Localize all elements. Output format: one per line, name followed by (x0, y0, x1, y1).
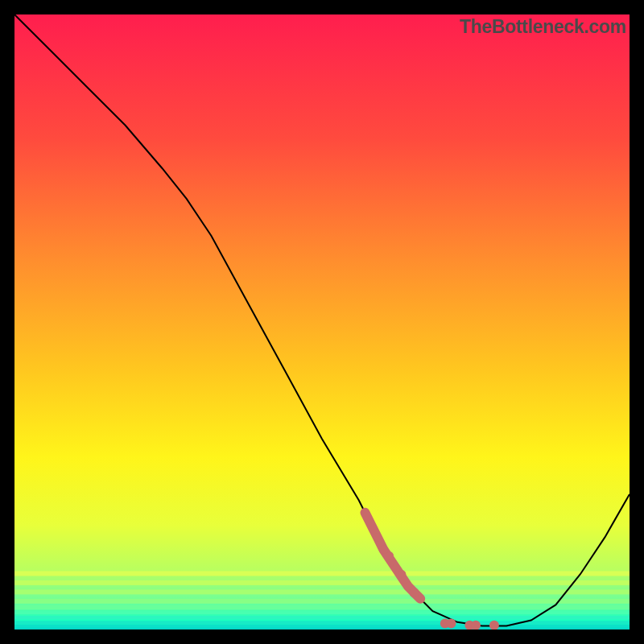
band-stripe (14, 625, 630, 628)
band-stripe (14, 605, 630, 609)
chart-svg (14, 14, 630, 630)
highlight-dot (398, 570, 406, 578)
band-stripe (14, 589, 630, 594)
highlight-dot (392, 564, 400, 572)
plot-area (14, 14, 630, 630)
highlight-dot (379, 546, 387, 554)
band-stripe (14, 621, 630, 624)
highlight-dot (446, 618, 456, 628)
band-stripe (14, 628, 630, 630)
band-stripe (14, 580, 630, 585)
watermark-label: TheBottleneck.com (460, 16, 626, 38)
band-stripe (14, 611, 630, 614)
highlight-dot (386, 551, 394, 559)
chart-container: TheBottleneck.com (0, 0, 644, 644)
band-stripe (14, 571, 630, 576)
highlight-dot (374, 533, 382, 541)
band-stripe (14, 599, 630, 604)
highlight-dot (410, 588, 419, 597)
